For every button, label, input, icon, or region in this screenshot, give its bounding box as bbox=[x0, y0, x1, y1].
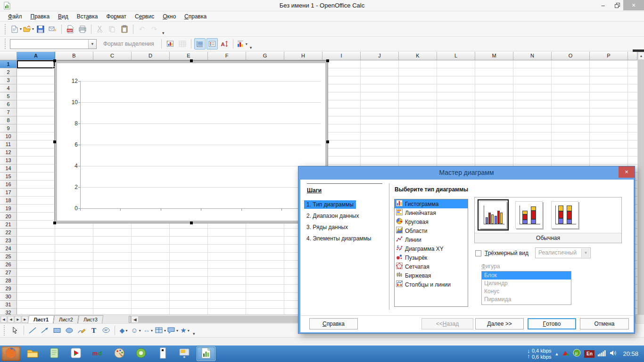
menu-item-справка[interactable]: Справка bbox=[180, 12, 211, 21]
callouts-button[interactable]: ▾ bbox=[167, 325, 178, 336]
chevron-down-icon[interactable]: ▾ bbox=[176, 329, 178, 333]
toolbar-overflow-icon[interactable]: ▾ bbox=[160, 31, 166, 35]
wizard-step-1[interactable]: 1. Тип диаграммы bbox=[304, 200, 356, 209]
sheet-tab-лист2[interactable]: Лист2 bbox=[53, 315, 79, 323]
chart-type-item[interactable]: Линии bbox=[395, 235, 468, 244]
restore-button[interactable] bbox=[610, 0, 624, 10]
menu-item-файл[interactable]: Файл bbox=[4, 12, 26, 21]
chart-handle-mid-right[interactable] bbox=[326, 140, 329, 143]
rectangle-button[interactable] bbox=[51, 325, 63, 336]
chevron-down-icon[interactable]: ▾ bbox=[164, 329, 166, 333]
chart-legend-button[interactable] bbox=[206, 38, 218, 49]
callout-oval-button[interactable] bbox=[100, 325, 112, 336]
toolbar-grip[interactable] bbox=[4, 325, 6, 336]
menu-item-вставка[interactable]: Вставка bbox=[73, 12, 102, 21]
column-header-M[interactable]: M bbox=[475, 52, 513, 60]
chevron-down-icon[interactable]: ▾ bbox=[246, 42, 248, 46]
chart-type-item[interactable]: Круговая bbox=[395, 217, 468, 226]
menu-item-формат[interactable]: Формат bbox=[102, 12, 131, 21]
chart-type-item[interactable]: Пузырёк bbox=[395, 253, 468, 262]
chart-handle-bottom-left[interactable] bbox=[53, 222, 56, 224]
toolbar-grip[interactable] bbox=[5, 24, 7, 34]
row-header-16[interactable]: 16 bbox=[0, 181, 17, 189]
scroll-up-icon[interactable]: ▲ bbox=[638, 52, 644, 60]
stars-button[interactable]: ★▾ bbox=[179, 325, 190, 336]
taskbar-app-oo-calc[interactable] bbox=[197, 346, 215, 361]
row-header-3[interactable]: 3 bbox=[0, 76, 17, 84]
chart-handle-bottom-center[interactable] bbox=[190, 222, 193, 224]
graphics-tray-icon[interactable] bbox=[562, 349, 570, 359]
dialog-close-icon[interactable]: × bbox=[619, 166, 635, 178]
row-header-17[interactable]: 17 bbox=[0, 189, 17, 197]
chart-type-item[interactable]: Линейчатая bbox=[395, 208, 468, 217]
selected-cell-a1[interactable] bbox=[17, 60, 55, 68]
column-header-J[interactable]: J bbox=[361, 52, 399, 60]
network-signal-icon[interactable] bbox=[598, 350, 606, 358]
row-header-22[interactable]: 22 bbox=[0, 229, 17, 237]
auto-layout-button[interactable]: ▾ bbox=[236, 38, 248, 49]
close-button[interactable]: × bbox=[623, 0, 644, 10]
wizard-step-4[interactable]: 4. Элементы диаграммы bbox=[304, 234, 373, 243]
row-header-19[interactable]: 19 bbox=[0, 205, 17, 213]
print-button[interactable] bbox=[77, 24, 88, 35]
sheet-nav-first-icon[interactable]: ◀ bbox=[0, 316, 7, 323]
name-box-input[interactable]: ▼ bbox=[10, 39, 97, 49]
scroll-left-icon[interactable]: ◀ bbox=[131, 316, 139, 323]
sheet-tab-лист1[interactable]: Лист1 bbox=[28, 315, 54, 323]
column-header-N[interactable]: N bbox=[513, 52, 552, 60]
menu-item-вид[interactable]: Вид bbox=[54, 12, 73, 21]
embedded-chart-object[interactable]: 121086420 bbox=[54, 60, 328, 223]
clock[interactable]: 20:58 bbox=[623, 350, 638, 357]
select-all-corner[interactable] bbox=[0, 52, 17, 60]
next-button[interactable]: Далее >> bbox=[475, 318, 524, 329]
new-document-button[interactable]: ▾ bbox=[10, 24, 22, 35]
column-header-C[interactable]: C bbox=[93, 52, 132, 60]
wizard-step-2[interactable]: 2. Диапазон данных bbox=[304, 212, 361, 220]
chevron-down-icon[interactable]: ▾ bbox=[139, 329, 141, 333]
email-button[interactable] bbox=[47, 24, 58, 35]
format-selection-button[interactable]: Формат выделения bbox=[103, 41, 154, 47]
sheet-nav-last-icon[interactable]: ▶ bbox=[22, 316, 28, 323]
row-header-15[interactable]: 15 bbox=[0, 173, 17, 181]
chevron-down-icon[interactable]: ▾ bbox=[20, 27, 22, 31]
chevron-down-icon[interactable]: ▼ bbox=[88, 40, 96, 49]
three-d-checkbox[interactable] bbox=[475, 250, 481, 256]
subtype-columns-normal[interactable] bbox=[478, 199, 509, 230]
taskbar-app-paint[interactable] bbox=[110, 346, 129, 361]
menu-item-правка[interactable]: Правка bbox=[26, 12, 54, 21]
toolbar-overflow-icon[interactable]: ▾ bbox=[248, 45, 254, 50]
column-header-G[interactable]: G bbox=[246, 52, 284, 60]
sheet-nav-prev-icon[interactable]: ◀ bbox=[8, 316, 14, 323]
row-header-4[interactable]: 4 bbox=[0, 84, 17, 92]
taskbar-app-presentation-app[interactable] bbox=[175, 346, 194, 361]
chart-handle-top-center[interactable] bbox=[190, 59, 193, 62]
row-header-7[interactable]: 7 bbox=[0, 108, 17, 116]
row-header-5[interactable]: 5 bbox=[0, 92, 17, 100]
chart-type-button[interactable] bbox=[165, 38, 176, 49]
select-button[interactable] bbox=[9, 325, 21, 336]
row-header-25[interactable]: 25 bbox=[0, 253, 17, 261]
chart-handle-mid-left[interactable] bbox=[53, 140, 56, 143]
open-button[interactable]: ▾ bbox=[23, 24, 34, 35]
column-header-H[interactable]: H bbox=[284, 52, 322, 60]
basic-shapes-button[interactable]: ◆▾ bbox=[118, 325, 129, 336]
sheet-tab-лист3[interactable]: Лист3 bbox=[78, 315, 103, 323]
column-header-B[interactable]: B bbox=[55, 52, 93, 60]
column-header-P[interactable]: P bbox=[590, 52, 628, 60]
row-header-20[interactable]: 20 bbox=[0, 213, 17, 221]
column-header-partial[interactable] bbox=[628, 52, 637, 60]
taskbar-app-firefox[interactable] bbox=[1, 346, 20, 361]
chart-type-item[interactable]: Сетчатая bbox=[395, 262, 468, 271]
ellipse-button[interactable] bbox=[64, 325, 75, 336]
row-header-31[interactable]: 31 bbox=[0, 301, 17, 309]
taskbar-app-white-icon-app[interactable] bbox=[153, 346, 172, 361]
row-header-26[interactable]: 26 bbox=[0, 261, 17, 269]
row-header-12[interactable]: 12 bbox=[0, 148, 17, 156]
toolbar-overflow-icon[interactable]: ▾ bbox=[191, 331, 197, 336]
taskbar-app-notepad[interactable] bbox=[45, 346, 64, 361]
chart-grids-button[interactable] bbox=[194, 38, 206, 49]
paste-button[interactable] bbox=[119, 24, 130, 35]
dialog-title[interactable]: Мастер диаграмм bbox=[298, 166, 635, 180]
menu-item-сервис[interactable]: Сервис bbox=[131, 12, 158, 21]
row-header-27[interactable]: 27 bbox=[0, 269, 17, 277]
